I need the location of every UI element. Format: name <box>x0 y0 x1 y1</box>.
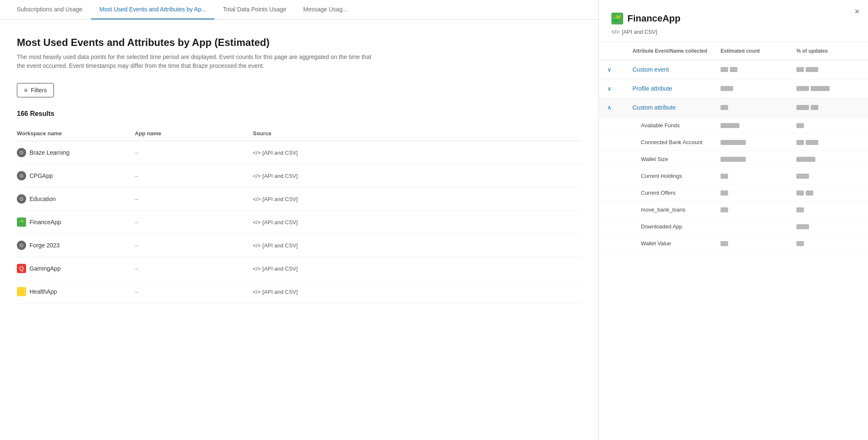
braze-icon: ⊙ <box>17 148 26 157</box>
attribute-name: Current Holdings <box>641 173 721 179</box>
api-badge: </> [API and CSV] <box>253 196 298 202</box>
api-code-icon: </> <box>253 173 261 179</box>
tab-total-data[interactable]: Total Data Points Usage <box>214 0 295 19</box>
api-code-icon: </> <box>253 266 261 272</box>
profile-attribute-section[interactable]: ∨ Profile attribute <box>599 79 868 98</box>
drawer-table-header: Attribute Event/Name collected Estimated… <box>599 42 868 60</box>
table-row[interactable]: ⊙ CPGApp – </> [API and CSV] <box>17 164 581 188</box>
tab-bar: Subscriptions and Usage Most Used Events… <box>0 0 598 20</box>
api-badge: </> [API and CSV] <box>253 266 298 272</box>
workspace-name: HealthApp <box>29 288 57 295</box>
chevron-down-icon[interactable]: ∨ <box>607 66 632 73</box>
attribute-name: Wallet Value <box>641 240 721 247</box>
attribute-pct <box>796 207 860 212</box>
attribute-name: Current Offers <box>641 190 721 196</box>
custom-attribute-label[interactable]: Custom attribute <box>632 104 721 111</box>
tab-message-usage[interactable]: Message Usag... <box>295 0 356 19</box>
table-row[interactable]: ⊙ Braze Learning – </> [API and CSV] <box>17 141 581 164</box>
attribute-count <box>721 157 796 162</box>
attribute-row-move-bank-loans[interactable]: move_bank_loans <box>599 201 868 218</box>
custom-event-section[interactable]: ∨ Custom event <box>599 60 868 79</box>
app-name-cell: – <box>135 219 253 225</box>
drawer-col-name: Attribute Event/Name collected <box>632 48 721 54</box>
profile-attribute-pct <box>796 86 860 91</box>
app-name-cell: – <box>135 172 253 179</box>
attribute-count <box>721 140 796 145</box>
api-code-icon: </> <box>253 150 261 156</box>
attribute-row-wallet-size[interactable]: Wallet Size <box>599 151 868 168</box>
attribute-name: move_bank_loans <box>641 207 721 213</box>
workspace-cell: ⚡ HealthApp <box>17 287 135 296</box>
drawer-body: ∨ Custom event ∨ Profi <box>599 60 868 440</box>
col-app-name: App name <box>135 130 253 137</box>
col-workspace: Workspace name <box>17 130 135 137</box>
app-name-cell: – <box>135 149 253 156</box>
chevron-up-icon[interactable]: ∧ <box>607 104 632 111</box>
gaming-icon: Q <box>17 264 26 273</box>
workspace-cell: ⊙ CPGApp <box>17 171 135 180</box>
attribute-row-current-holdings[interactable]: Current Holdings <box>599 168 868 185</box>
attribute-pct <box>796 157 860 162</box>
braze-icon: ⊙ <box>17 194 26 204</box>
attribute-name: Available Funds <box>641 122 721 129</box>
attribute-row-current-offers[interactable]: Current Offers <box>599 185 868 201</box>
source-cell: </> [API and CSV] <box>253 219 371 225</box>
attribute-row-connected-bank[interactable]: Connected Bank Account <box>599 134 868 151</box>
profile-attribute-label[interactable]: Profile attribute <box>632 85 721 92</box>
finance-icon: 🧩 <box>17 217 26 227</box>
workspace-cell: ⊙ Braze Learning <box>17 148 135 157</box>
attribute-count <box>721 123 796 128</box>
attribute-pct <box>796 140 860 145</box>
custom-event-label[interactable]: Custom event <box>632 66 721 73</box>
tab-most-used[interactable]: Most Used Events and Attributes by Ap... <box>91 0 215 19</box>
workspace-name: Education <box>29 196 56 202</box>
workspace-name: CPGApp <box>29 172 53 179</box>
detail-drawer: × 🧩 FinanceApp </> [API and CSV] Attribu… <box>598 0 868 440</box>
tab-subscriptions[interactable]: Subscriptions and Usage <box>8 0 91 19</box>
page-title: Most Used Events and Attributes by App (… <box>17 37 581 48</box>
page-body: Most Used Events and Attributes by App (… <box>0 20 598 440</box>
table-row[interactable]: ⚡ HealthApp – </> [API and CSV] <box>17 280 581 303</box>
api-badge: </> [API and CSV] <box>253 219 298 225</box>
app-name-cell: – <box>135 242 253 249</box>
chevron-down-icon[interactable]: ∨ <box>607 85 632 92</box>
source-cell: </> [API and CSV] <box>253 266 371 272</box>
table-row[interactable]: Q GamingApp – </> [API and CSV] <box>17 257 581 280</box>
api-badge: </> [API and CSV] <box>253 242 298 249</box>
source-cell: </> [API and CSV] <box>253 173 371 179</box>
attribute-pct <box>796 190 860 196</box>
attribute-pct <box>796 174 860 179</box>
filter-button[interactable]: ≡ Filters <box>17 83 54 97</box>
drawer-app-icon: 🧩 <box>611 13 623 24</box>
workspace-cell: Q GamingApp <box>17 264 135 273</box>
braze-icon: ⊙ <box>17 171 26 180</box>
results-count: 166 Results <box>17 110 581 118</box>
workspace-cell: 🧩 FinanceApp <box>17 217 135 227</box>
workspace-name: FinanceApp <box>29 219 61 225</box>
api-code-icon: </> <box>253 219 261 225</box>
api-badge: </> [API and CSV] <box>253 289 298 295</box>
attribute-row-wallet-value[interactable]: Wallet Value <box>599 235 868 252</box>
attribute-pct <box>796 224 860 229</box>
custom-attribute-section[interactable]: ∧ Custom attribute <box>599 98 868 117</box>
table-row[interactable]: 🧩 FinanceApp – </> [API and CSV] <box>17 211 581 234</box>
braze-icon: ⊙ <box>17 241 26 250</box>
api-code-icon: </> <box>253 196 261 202</box>
attribute-count <box>721 207 796 212</box>
api-badge: </> [API and CSV] <box>253 173 298 179</box>
close-button[interactable]: × <box>855 7 860 16</box>
attribute-count <box>721 174 796 179</box>
source-cell: </> [API and CSV] <box>253 242 371 249</box>
app-name-cell: – <box>135 196 253 202</box>
table-row[interactable]: ⊙ Education – </> [API and CSV] <box>17 188 581 211</box>
attribute-name: Connected Bank Account <box>641 139 721 145</box>
app-name-cell: – <box>135 265 253 272</box>
attribute-row-available-funds[interactable]: Available Funds <box>599 117 868 134</box>
attribute-row-downloaded-app[interactable]: Downloaded App <box>599 218 868 235</box>
api-code-icon: </> <box>253 242 261 249</box>
table-row[interactable]: ⊙ Forge 2023 – </> [API and CSV] <box>17 234 581 257</box>
profile-attribute-count <box>721 86 796 91</box>
app-name-cell: – <box>135 288 253 295</box>
col-source: Source <box>253 130 371 137</box>
attribute-name: Downloaded App <box>641 223 721 230</box>
